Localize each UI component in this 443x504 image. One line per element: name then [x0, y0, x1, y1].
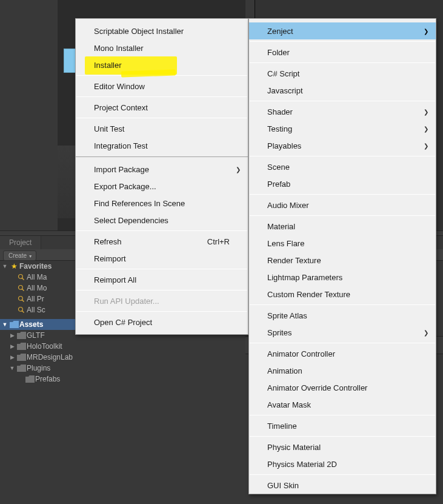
- menu-item-import-package[interactable]: Import Package: [76, 161, 248, 178]
- create-button[interactable]: Create ▼: [3, 250, 36, 261]
- menu-item-csharp-script[interactable]: C# Script: [249, 65, 436, 82]
- menu-label: Animation: [267, 366, 302, 375]
- svg-line-5: [22, 300, 24, 302]
- caret-down-icon: ▼: [1, 263, 8, 269]
- menu-item-integration-test[interactable]: Integration Test: [76, 137, 248, 154]
- menu-item-animator-override-controller[interactable]: Animator Override Controller: [249, 379, 436, 396]
- folder-icon: [24, 375, 35, 383]
- menu-separator: [76, 96, 247, 97]
- menu-item-shader[interactable]: Shader: [249, 103, 436, 120]
- menu-item-project-context[interactable]: Project Context: [76, 99, 248, 116]
- folder-icon: [16, 343, 27, 350]
- menu-item-timeline[interactable]: Timeline: [249, 417, 436, 434]
- item-label: Prefabs: [35, 375, 60, 383]
- item-label: MRDesignLab: [27, 353, 73, 361]
- menu-label: Render Texture: [267, 256, 321, 265]
- menu-item-gui-skin[interactable]: GUI Skin: [249, 477, 436, 494]
- caret-right-icon: ▶: [8, 332, 16, 338]
- menu-item-installer[interactable]: Installer: [76, 56, 248, 73]
- menu-item-custom-render-texture[interactable]: Custom Render Texture: [249, 286, 436, 303]
- search-icon: [16, 306, 27, 314]
- menu-label: Physic Material: [267, 443, 321, 452]
- menu-item-editor-window[interactable]: Editor Window: [76, 78, 248, 95]
- menu-label: Sprites: [267, 328, 291, 337]
- menu-item-javascript[interactable]: Javascript: [249, 82, 436, 99]
- search-icon: [16, 284, 27, 292]
- menu-separator: [250, 156, 435, 156]
- menu-item-zenject[interactable]: Zenject: [249, 22, 436, 39]
- caret-right-icon: ▶: [8, 354, 16, 360]
- svg-line-7: [22, 311, 24, 313]
- menu-item-physics-material-2d[interactable]: Physics Material 2D: [249, 455, 436, 472]
- menu-item-mono-installer[interactable]: Mono Installer: [76, 39, 248, 56]
- menu-separator: [76, 269, 247, 269]
- menu-separator: [250, 41, 435, 42]
- context-menu-create: Zenject Folder C# Script Javascript Shad…: [248, 18, 436, 494]
- menu-item-scriptable-object-installer[interactable]: Scriptable Object Installer: [76, 22, 248, 39]
- menu-item-unit-test[interactable]: Unit Test: [76, 120, 248, 137]
- item-label: HoloToolkit: [27, 342, 62, 351]
- menu-item-prefab[interactable]: Prefab: [249, 175, 436, 192]
- menu-separator: [76, 290, 247, 291]
- dropdown-caret-icon: ▼: [28, 254, 33, 258]
- folder-icon: [16, 332, 27, 339]
- menu-label: Physics Material 2D: [267, 460, 337, 469]
- menu-item-find-references[interactable]: Find References In Scene: [76, 195, 248, 212]
- menu-label: Open C# Project: [94, 318, 152, 327]
- menu-item-sprites[interactable]: Sprites: [249, 324, 436, 341]
- menu-item-physic-material[interactable]: Physic Material: [249, 438, 436, 455]
- menu-item-refresh[interactable]: RefreshCtrl+R: [76, 233, 248, 250]
- menu-item-folder[interactable]: Folder: [249, 44, 436, 61]
- menu-item-reimport[interactable]: Reimport: [76, 250, 248, 267]
- svg-point-0: [19, 275, 23, 279]
- folder-item[interactable]: ▶MRDesignLab: [0, 352, 245, 363]
- menu-item-playables[interactable]: Playables: [249, 137, 436, 154]
- menu-separator: [250, 343, 435, 343]
- folder-item[interactable]: ▼Plugins: [0, 363, 245, 374]
- assets-label: Assets: [19, 320, 43, 329]
- menu-item-select-dependencies[interactable]: Select Dependencies: [76, 212, 248, 229]
- menu-item-render-texture[interactable]: Render Texture: [249, 252, 436, 269]
- menu-item-run-api-updater: Run API Updater...: [76, 292, 248, 309]
- menu-item-material[interactable]: Material: [249, 218, 436, 235]
- menu-label: Avatar Mask: [267, 400, 311, 409]
- menu-label: Testing: [267, 124, 292, 133]
- item-label: All Mo: [27, 284, 47, 292]
- menu-label: Custom Render Texture: [267, 290, 350, 299]
- project-tab[interactable]: Project: [0, 236, 41, 249]
- menu-label: Unit Test: [94, 124, 124, 133]
- caret-down-icon: ▼: [1, 321, 8, 328]
- menu-label: Installer: [94, 61, 122, 70]
- search-icon: [16, 295, 27, 303]
- menu-label: Animator Override Controller: [267, 383, 367, 392]
- item-label: All Pr: [27, 295, 44, 303]
- menu-label: Select Dependencies: [94, 216, 168, 225]
- menu-label: Javascript: [267, 86, 303, 95]
- folder-item[interactable]: Prefabs: [0, 374, 245, 385]
- menu-separator: [250, 474, 435, 475]
- folder-icon: [8, 321, 19, 328]
- menu-item-animator-controller[interactable]: Animator Controller: [249, 345, 436, 362]
- search-icon: [16, 274, 27, 281]
- menu-item-avatar-mask[interactable]: Avatar Mask: [249, 396, 436, 413]
- menu-label: C# Script: [267, 69, 299, 78]
- menu-item-open-csharp-project[interactable]: Open C# Project: [76, 314, 248, 331]
- menu-item-lens-flare[interactable]: Lens Flare: [249, 235, 436, 252]
- menu-label: Zenject: [267, 27, 293, 36]
- folder-item[interactable]: ▶HoloToolkit: [0, 341, 245, 352]
- menu-separator: [250, 215, 435, 216]
- favorites-label: Favorites: [19, 262, 52, 270]
- menu-item-animation[interactable]: Animation: [249, 362, 436, 379]
- menu-item-reimport-all[interactable]: Reimport All: [76, 271, 248, 288]
- menu-label: Folder: [267, 48, 290, 57]
- menu-item-lightmap-parameters[interactable]: Lightmap Parameters: [249, 269, 436, 286]
- menu-item-scene[interactable]: Scene: [249, 158, 436, 175]
- menu-item-audio-mixer[interactable]: Audio Mixer: [249, 197, 436, 213]
- menu-label: Audio Mixer: [267, 201, 309, 210]
- item-label: All Sc: [27, 306, 45, 314]
- menu-separator: [250, 194, 435, 195]
- menu-item-export-package[interactable]: Export Package...: [76, 178, 248, 195]
- menu-item-sprite-atlas[interactable]: Sprite Atlas: [249, 307, 436, 324]
- menu-item-testing[interactable]: Testing: [249, 120, 436, 137]
- item-label: GLTF: [27, 331, 45, 340]
